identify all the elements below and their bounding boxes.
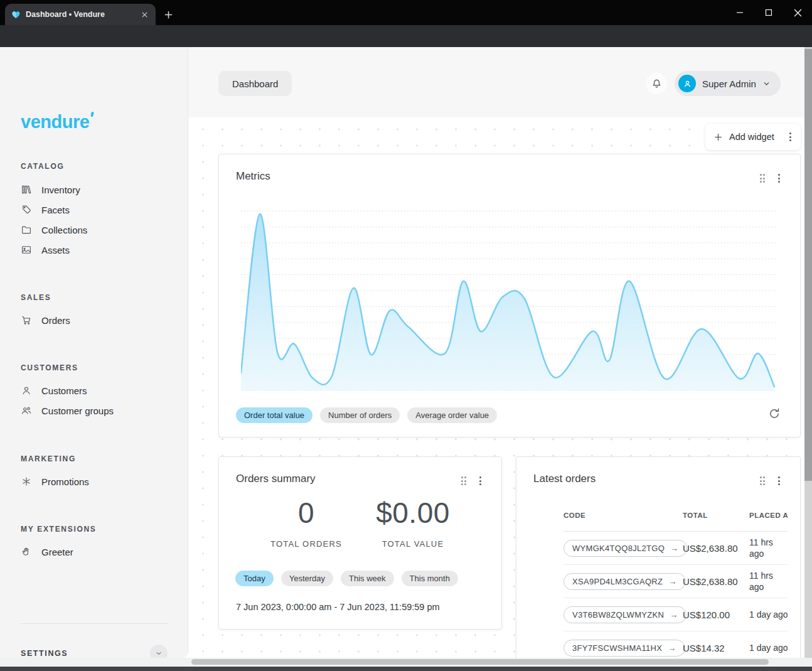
order-total: US$2,638.80 (683, 565, 749, 598)
window-controls (725, 0, 812, 25)
metrics-chart (241, 208, 776, 391)
total-orders-label: TOTAL ORDERS (256, 539, 356, 549)
order-code-link[interactable]: XSA9PD4LM3CGAQRZ→ (564, 573, 686, 590)
sidebar-item-label: Customers (41, 385, 87, 396)
latest-orders-table: CODE TOTAL PLACED AT WYMGK4TQQ8JL2TGQ→ U… (564, 504, 788, 665)
chevron-down-icon (155, 650, 163, 657)
orders-summary-widget: Orders summary 0 TOTAL ORDERS $0.00 TOTA… (218, 456, 502, 630)
hand-wave-icon (21, 546, 32, 557)
metrics-chart-container (241, 208, 776, 391)
add-widget-label: Add widget (729, 132, 782, 142)
section-label-my-extensions: MY EXTENSIONS (21, 525, 97, 534)
order-code-link[interactable]: V3T6BW8ZQLWMYZKN→ (564, 606, 686, 623)
sidebar-item-greeter[interactable]: Greeter (21, 542, 73, 562)
notifications-button[interactable] (646, 73, 667, 94)
add-widget-button[interactable]: Add widget (705, 124, 801, 150)
user-name: Super Admin (702, 78, 756, 89)
sidebar-divider (21, 623, 168, 624)
widget-menu-icon[interactable] (777, 173, 781, 184)
order-placed-at: 11 hrs ago (749, 565, 788, 598)
latest-orders-widget: Latest orders CODE TOTAL PLACED AT WYMGK… (516, 456, 801, 667)
section-label-catalog: CATALOG (21, 162, 64, 171)
browser-window: Dashboard • Vendure (0, 0, 812, 671)
drag-handle-icon[interactable] (760, 476, 766, 485)
sidebar-item-label: Collections (41, 225, 87, 235)
browser-tab[interactable]: Dashboard • Vendure (5, 4, 156, 25)
arrow-right-icon: → (668, 643, 676, 653)
add-widget-menu-icon[interactable] (788, 131, 793, 142)
users-icon (21, 405, 32, 416)
widget-title: Metrics (236, 170, 270, 183)
chart-area (241, 214, 774, 391)
chip-average-order-value[interactable]: Average order value (407, 407, 497, 423)
new-tab-button[interactable] (161, 7, 176, 22)
total-orders-stat: 0 TOTAL ORDERS (256, 496, 356, 549)
refresh-icon (767, 407, 781, 421)
widget-title: Orders summary (236, 473, 316, 485)
drag-handle-icon[interactable] (461, 476, 467, 485)
window-bottom-edge (0, 667, 812, 671)
section-label-marketing: MARKETING (21, 454, 76, 463)
order-code-link[interactable]: WYMGK4TQQ8JL2TGQ→ (564, 540, 687, 557)
breadcrumb[interactable]: Dashboard (218, 71, 292, 96)
arrow-right-icon: → (670, 610, 678, 620)
sidebar-item-label: Facets (41, 205, 70, 215)
section-label-customers: CUSTOMERS (21, 363, 78, 372)
order-code-link[interactable]: 3FY7FSCWSHMA11HX→ (564, 640, 685, 657)
sidebar-item-settings[interactable]: SETTINGS (21, 649, 68, 658)
order-placed-at: 1 day ago (749, 598, 788, 631)
arrow-right-icon: → (668, 577, 676, 586)
column-header-code: CODE (564, 504, 683, 532)
sidebar-item-orders[interactable]: Orders (21, 310, 70, 330)
table-row: V3T6BW8ZQLWMYZKN→ US$120.00 1 day ago (564, 598, 788, 631)
refresh-button[interactable] (766, 405, 783, 422)
sidebar-item-label: Inventory (41, 185, 80, 195)
vertical-scrollbar-thumb[interactable] (804, 49, 812, 481)
page-title: Dashboard (232, 78, 278, 89)
sidebar: vendure CATALOG Inventory Facets Collect… (0, 47, 188, 658)
sidebar-item-label: Promotions (41, 476, 89, 487)
chip-today[interactable]: Today (235, 571, 274, 586)
sidebar-item-label: Assets (41, 245, 70, 255)
browser-toolbar: localhost:3000/admin/ (0, 25, 812, 47)
date-range-selector: Today Yesterday This week This month (235, 571, 458, 586)
user-menu[interactable]: Super Admin (675, 71, 781, 96)
sidebar-item-customer-groups[interactable]: Customer groups (21, 400, 114, 421)
sidebar-item-inventory[interactable]: Inventory (21, 180, 80, 200)
tab-title: Dashboard • Vendure (26, 10, 134, 19)
sidebar-item-collections[interactable]: Collections (21, 220, 87, 240)
widget-menu-icon[interactable] (777, 475, 781, 486)
window-minimize-button[interactable] (725, 0, 754, 25)
window-maximize-button[interactable] (754, 0, 783, 25)
drag-handle-icon[interactable] (760, 174, 766, 183)
table-row: WYMGK4TQQ8JL2TGQ→ US$2,638.80 11 hrs ago (564, 532, 788, 565)
column-header-total: TOTAL (683, 504, 749, 532)
chip-order-total-value[interactable]: Order total value (236, 407, 313, 423)
widget-menu-icon[interactable] (478, 475, 483, 486)
vendure-logo[interactable]: vendure (21, 112, 93, 132)
chevron-down-icon (762, 80, 771, 88)
window-close-button[interactable] (783, 0, 812, 25)
sidebar-item-label: Greeter (41, 547, 73, 557)
sidebar-item-promotions[interactable]: Promotions (21, 471, 89, 491)
horizontal-scrollbar-thumb[interactable] (191, 659, 769, 665)
user-icon (21, 385, 32, 396)
image-icon (21, 244, 32, 255)
inventory-icon (21, 184, 32, 195)
sidebar-item-customers[interactable]: Customers (21, 380, 87, 400)
chip-number-of-orders[interactable]: Number of orders (320, 407, 400, 423)
chip-this-week[interactable]: This week (341, 571, 394, 586)
tab-close-icon[interactable] (139, 9, 149, 19)
total-value-stat: $0.00 TOTAL VALUE (363, 496, 463, 549)
chip-yesterday[interactable]: Yesterday (281, 571, 333, 586)
folder-icon (21, 224, 32, 235)
chip-this-month[interactable]: This month (402, 571, 458, 586)
metric-selector: Order total value Number of orders Avera… (236, 407, 497, 423)
sidebar-item-label: Orders (41, 315, 70, 326)
user-avatar (678, 75, 696, 92)
order-placed-at: 11 hrs ago (749, 532, 788, 565)
sidebar-item-assets[interactable]: Assets (21, 240, 70, 260)
total-value-label: TOTAL VALUE (363, 539, 463, 549)
total-value-value: $0.00 (363, 496, 463, 530)
sidebar-item-facets[interactable]: Facets (21, 200, 70, 220)
